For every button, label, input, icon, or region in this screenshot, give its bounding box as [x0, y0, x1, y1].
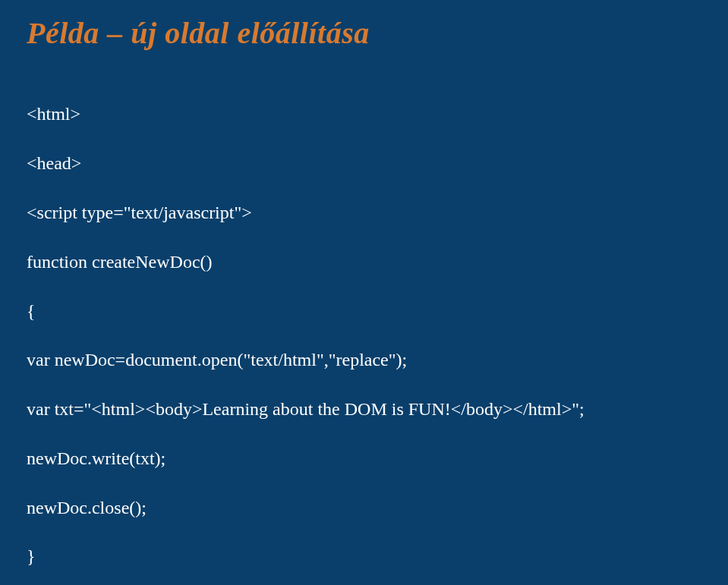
code-line: var txt="<html><body>Learning about the …: [27, 397, 701, 421]
code-line: var newDoc=document.open("text/html","re…: [27, 348, 701, 372]
code-line: {: [27, 299, 701, 323]
code-line: newDoc.close();: [27, 495, 701, 520]
code-line: newDoc.write(txt);: [27, 446, 701, 470]
code-line: }: [27, 544, 701, 568]
code-example: <html> <head> <script type="text/javascr…: [27, 77, 701, 585]
code-line: function createNewDoc(): [27, 250, 701, 274]
code-line: <html>: [27, 102, 701, 126]
code-line: <head>: [27, 151, 701, 175]
slide-title: Példa – új oldal előállítása: [27, 15, 701, 51]
code-line: <script type="text/javascript">: [27, 200, 701, 225]
